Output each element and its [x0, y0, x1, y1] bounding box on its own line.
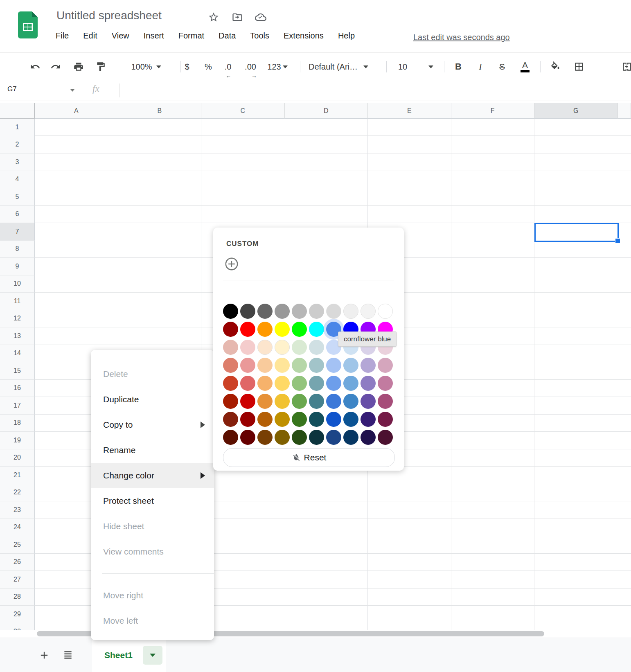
menu-item-move-right[interactable]: Move right: [91, 583, 214, 608]
paint-format-icon[interactable]: [92, 59, 109, 75]
row-header-partial[interactable]: 30: [0, 623, 35, 631]
color-swatch[interactable]: [343, 358, 358, 373]
menu-item-view-comments[interactable]: View comments: [91, 539, 214, 564]
star-icon[interactable]: [208, 11, 220, 24]
color-swatch[interactable]: [292, 412, 307, 427]
row-header-26[interactable]: 26: [0, 554, 35, 571]
color-swatch[interactable]: [240, 304, 255, 319]
row-header-12[interactable]: 12: [0, 310, 35, 328]
color-swatch[interactable]: [223, 412, 238, 427]
column-header-f[interactable]: F: [451, 103, 535, 119]
color-swatch[interactable]: [326, 412, 341, 427]
color-swatch[interactable]: [240, 322, 255, 337]
color-swatch[interactable]: [309, 340, 324, 355]
color-swatch[interactable]: [275, 340, 290, 355]
chevron-down-icon[interactable]: [70, 89, 74, 92]
row-header-24[interactable]: 24: [0, 519, 35, 537]
color-swatch[interactable]: [240, 394, 255, 409]
menu-item-copy-to[interactable]: Copy to: [91, 412, 214, 437]
italic-button[interactable]: I: [472, 59, 489, 75]
increase-decimal-button[interactable]: .00→: [241, 59, 260, 75]
color-swatch[interactable]: [378, 394, 393, 409]
color-swatch[interactable]: [309, 322, 324, 337]
color-swatch[interactable]: [378, 358, 393, 373]
sheet-tab-menu-button[interactable]: [143, 646, 162, 665]
menu-edit[interactable]: Edit: [83, 31, 97, 41]
color-swatch[interactable]: [257, 430, 273, 445]
color-swatch[interactable]: [326, 304, 341, 319]
menu-file[interactable]: File: [56, 31, 69, 41]
color-swatch[interactable]: [361, 412, 376, 427]
currency-format-button[interactable]: $: [179, 59, 195, 75]
row-header-17[interactable]: 17: [0, 397, 35, 415]
color-swatch[interactable]: [292, 376, 307, 391]
sheet-tab[interactable]: Sheet1: [92, 638, 166, 672]
color-swatch[interactable]: [257, 358, 273, 373]
color-swatch[interactable]: [292, 358, 307, 373]
row-header-15[interactable]: 15: [0, 362, 35, 380]
row-header-28[interactable]: 28: [0, 589, 35, 606]
text-color-button[interactable]: A: [517, 59, 533, 75]
column-header-e[interactable]: E: [368, 103, 451, 119]
row-header-3[interactable]: 3: [0, 153, 35, 171]
row-header-25[interactable]: 25: [0, 536, 35, 554]
color-swatch[interactable]: [275, 376, 290, 391]
row-header-23[interactable]: 23: [0, 501, 35, 519]
color-swatch[interactable]: [275, 394, 290, 409]
row-header-19[interactable]: 19: [0, 432, 35, 449]
color-swatch[interactable]: [343, 376, 358, 391]
color-swatch[interactable]: [326, 376, 341, 391]
row-header-8[interactable]: 8: [0, 241, 35, 258]
row-header-22[interactable]: 22: [0, 484, 35, 502]
sheets-logo[interactable]: [18, 11, 38, 38]
color-swatch[interactable]: [292, 304, 307, 319]
column-header-c[interactable]: C: [201, 103, 285, 119]
color-swatch[interactable]: [343, 430, 358, 445]
color-swatch[interactable]: [240, 358, 255, 373]
color-swatch[interactable]: [326, 358, 341, 373]
menu-insert[interactable]: Insert: [144, 31, 164, 41]
menu-item-hide-sheet[interactable]: Hide sheet: [91, 514, 214, 539]
color-swatch[interactable]: [257, 376, 273, 391]
undo-icon[interactable]: [27, 59, 43, 75]
color-swatch[interactable]: [257, 394, 273, 409]
menu-data[interactable]: Data: [219, 31, 236, 41]
row-header-5[interactable]: 5: [0, 188, 35, 206]
color-swatch[interactable]: [223, 322, 238, 337]
color-swatch[interactable]: [223, 340, 238, 355]
row-header-2[interactable]: 2: [0, 136, 35, 154]
select-all-corner[interactable]: [0, 103, 35, 119]
row-header-4[interactable]: 4: [0, 171, 35, 189]
color-swatch[interactable]: [292, 430, 307, 445]
reset-color-button[interactable]: Reset: [223, 448, 395, 467]
color-swatch[interactable]: [257, 412, 273, 427]
add-sheet-icon[interactable]: [37, 648, 52, 663]
color-swatch[interactable]: [292, 340, 307, 355]
color-swatch[interactable]: [292, 394, 307, 409]
fill-handle[interactable]: [615, 238, 620, 244]
row-header-11[interactable]: 11: [0, 293, 35, 310]
color-swatch[interactable]: [309, 430, 324, 445]
color-swatch[interactable]: [326, 394, 341, 409]
decrease-decimal-button[interactable]: .0←: [220, 59, 236, 75]
row-header-10[interactable]: 10: [0, 275, 35, 293]
color-swatch[interactable]: [326, 430, 341, 445]
color-swatch[interactable]: [309, 304, 324, 319]
row-header-29[interactable]: 29: [0, 606, 35, 623]
more-formats-button[interactable]: 123: [262, 59, 293, 75]
column-header-a[interactable]: A: [35, 103, 118, 119]
color-swatch[interactable]: [240, 376, 255, 391]
color-swatch[interactable]: [240, 430, 255, 445]
bold-button[interactable]: B: [450, 59, 466, 75]
menu-item-rename[interactable]: Rename: [91, 437, 214, 463]
row-header-27[interactable]: 27: [0, 571, 35, 589]
column-header-g[interactable]: G: [534, 103, 618, 119]
zoom-select[interactable]: 100%: [124, 59, 169, 75]
color-swatch[interactable]: [257, 340, 273, 355]
row-header-14[interactable]: 14: [0, 345, 35, 363]
color-swatch[interactable]: [378, 376, 393, 391]
merge-cells-icon[interactable]: [619, 59, 631, 75]
cloud-done-icon[interactable]: [255, 11, 267, 24]
row-header-16[interactable]: 16: [0, 380, 35, 397]
row-header-13[interactable]: 13: [0, 327, 35, 345]
